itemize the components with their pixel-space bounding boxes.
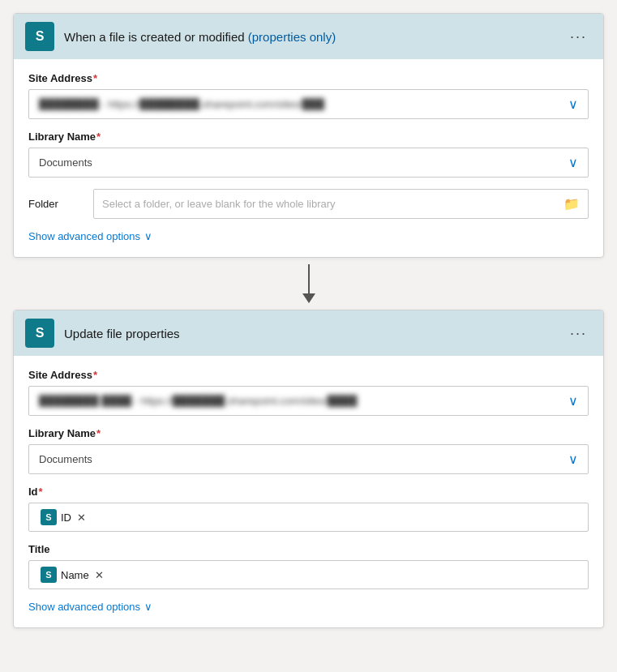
- trigger-site-address-chevron-icon: ∨: [568, 96, 578, 112]
- action-show-advanced-chevron-icon: ∨: [144, 601, 152, 613]
- trigger-icon: S: [25, 22, 54, 51]
- action-title-input[interactable]: S Name ✕: [28, 560, 589, 589]
- action-library-name-label: Library Name*: [28, 427, 589, 439]
- action-id-tag-icon: S: [41, 509, 57, 525]
- connector-arrowhead-icon: [302, 293, 315, 303]
- action-title-tag-remove-button[interactable]: ✕: [95, 569, 104, 581]
- action-title-group: Title S Name ✕: [28, 543, 589, 589]
- action-show-advanced-button[interactable]: Show advanced options ∨: [28, 601, 589, 613]
- action-card: S Update file properties ··· Site Addres…: [13, 310, 604, 628]
- action-library-name-chevron-icon: ∨: [568, 452, 578, 467]
- trigger-library-name-dropdown[interactable]: Documents ∨: [28, 148, 589, 178]
- action-title-tag: S Name ✕: [37, 565, 109, 584]
- action-id-tag: S ID ✕: [37, 507, 91, 527]
- action-card-body: Site Address* ████████ ████ - https://██…: [14, 356, 603, 627]
- trigger-card-header: S When a file is created or modified (pr…: [14, 14, 603, 59]
- action-library-name-value: Documents: [39, 453, 568, 465]
- trigger-site-address-value: ████████ - https://████████.sharepoint.c…: [39, 98, 568, 110]
- trigger-folder-browse-icon[interactable]: 📁: [563, 196, 580, 212]
- action-title-tag-label: Name: [61, 569, 89, 581]
- trigger-library-name-chevron-icon: ∨: [568, 155, 578, 170]
- trigger-site-address-dropdown[interactable]: ████████ - https://████████.sharepoint.c…: [28, 89, 589, 119]
- action-id-input[interactable]: S ID ✕: [28, 503, 589, 532]
- trigger-folder-row: Folder Select a folder, or leave blank f…: [28, 189, 589, 219]
- trigger-show-advanced-chevron-icon: ∨: [144, 230, 152, 242]
- trigger-library-name-group: Library Name* Documents ∨: [28, 131, 589, 178]
- action-id-tag-label: ID: [61, 511, 71, 524]
- trigger-library-name-label: Library Name*: [28, 131, 589, 143]
- action-site-address-value: ████████ ████ - https://███████.sharepoi…: [39, 395, 568, 407]
- action-title: Update file properties: [64, 327, 555, 340]
- action-site-address-chevron-icon: ∨: [568, 393, 578, 409]
- action-site-address-label: Site Address*: [28, 369, 589, 381]
- action-card-header: S Update file properties ···: [14, 310, 603, 356]
- flow-connector: [302, 264, 315, 303]
- trigger-show-advanced-button[interactable]: Show advanced options ∨: [28, 230, 589, 242]
- flow-container: S When a file is created or modified (pr…: [13, 13, 604, 628]
- trigger-card-body: Site Address* ████████ - https://███████…: [14, 59, 603, 257]
- trigger-library-name-value: Documents: [39, 156, 568, 169]
- trigger-site-address-group: Site Address* ████████ - https://███████…: [28, 72, 589, 119]
- action-library-name-group: Library Name* Documents ∨: [28, 427, 589, 474]
- trigger-more-options-button[interactable]: ···: [565, 25, 592, 49]
- action-id-tag-remove-button[interactable]: ✕: [77, 511, 86, 524]
- action-site-address-group: Site Address* ████████ ████ - https://██…: [28, 369, 589, 416]
- action-title-label: Title: [28, 543, 589, 555]
- trigger-folder-input[interactable]: Select a folder, or leave blank for the …: [93, 189, 589, 219]
- action-id-group: Id* S ID ✕: [28, 486, 589, 532]
- action-title-tag-icon: S: [41, 567, 57, 583]
- trigger-site-address-label: Site Address*: [28, 72, 589, 84]
- action-more-options-button[interactable]: ···: [565, 322, 592, 345]
- trigger-folder-label: Folder: [28, 198, 85, 210]
- trigger-title: When a file is created or modified (prop…: [64, 30, 555, 44]
- trigger-card: S When a file is created or modified (pr…: [13, 13, 604, 258]
- action-icon: S: [25, 319, 54, 348]
- action-library-name-dropdown[interactable]: Documents ∨: [28, 444, 589, 474]
- trigger-folder-placeholder: Select a folder, or leave blank for the …: [102, 198, 336, 210]
- action-site-address-dropdown[interactable]: ████████ ████ - https://███████.sharepoi…: [28, 386, 589, 416]
- connector-line: [308, 264, 310, 293]
- action-id-label: Id*: [28, 486, 589, 498]
